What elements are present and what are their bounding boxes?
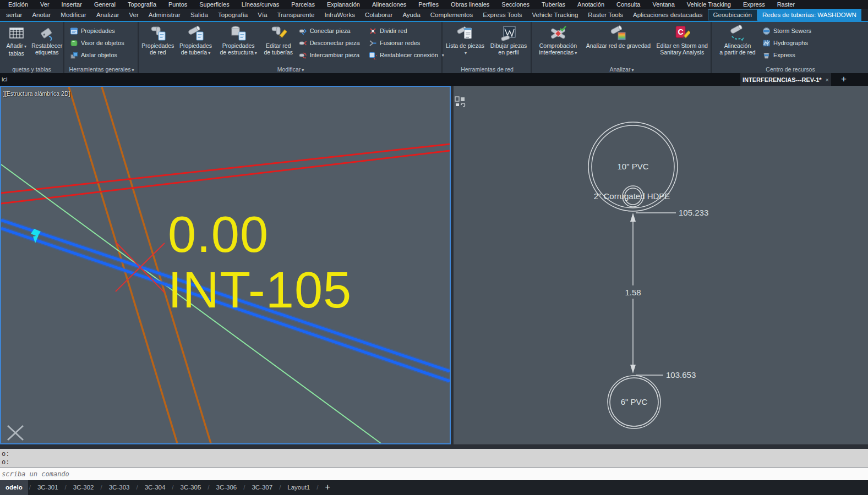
menu-item-edicio-n[interactable]: Edición bbox=[2, 0, 34, 9]
menu-item-secciones[interactable]: Secciones bbox=[495, 0, 536, 9]
menu-item-superficies[interactable]: Superficies bbox=[193, 0, 235, 9]
reset-connection-button[interactable]: Restablecer conexión ▾ bbox=[365, 49, 441, 61]
new-drawing-tab-button[interactable]: + bbox=[837, 73, 851, 86]
swap-part-button[interactable]: Intercambiar pieza bbox=[296, 49, 365, 61]
menu-item-vehicle-tracking[interactable]: Vehicle Tracking bbox=[681, 0, 737, 9]
section-drawing-canvas[interactable]: 10" PVC 2" Corrugated HDPE 105.233 1.58 … bbox=[454, 86, 868, 444]
parts-list-button[interactable]: Lista de piezas ▾ bbox=[444, 23, 487, 63]
menu-item-insertar[interactable]: Insertar bbox=[56, 0, 88, 9]
ribbon-tab-modificar[interactable]: Modificar bbox=[56, 9, 91, 21]
reset-labels-button[interactable]: Restablecer etiquetas bbox=[31, 23, 63, 63]
pipe-properties-button[interactable]: Propiedades de tubería▾ bbox=[176, 23, 216, 63]
structure-properties-label: Propiedades bbox=[222, 42, 255, 49]
chevron-down-icon: ▾ bbox=[575, 51, 577, 56]
menu-item-alineaciones[interactable]: Alineaciones bbox=[366, 0, 412, 9]
isolate-objects-button[interactable]: Aislar objetos bbox=[67, 49, 138, 61]
layout-tab-3c-306[interactable]: 3C-306 bbox=[210, 480, 242, 495]
network-properties-button[interactable]: Propiedades de red bbox=[140, 23, 176, 63]
menu-item-explanacio-n[interactable]: Explanación bbox=[321, 0, 366, 9]
file-tab-inicio-partial[interactable]: ici bbox=[2, 73, 7, 86]
command-history: o: o: bbox=[0, 449, 868, 468]
ribbon-tab-administrar[interactable]: Administrar bbox=[144, 9, 185, 21]
tab-separator: / bbox=[206, 480, 210, 495]
chevron-down-icon: ▾ bbox=[465, 51, 467, 56]
ribbon-tab-raster-tools[interactable]: Raster Tools bbox=[583, 9, 628, 21]
menu-item-general[interactable]: General bbox=[88, 0, 122, 9]
menu-item-express[interactable]: Express bbox=[737, 0, 771, 9]
split-network-button[interactable]: Dividir red bbox=[365, 25, 441, 37]
viewport-status-icons[interactable] bbox=[455, 96, 466, 107]
ribbon-tab-redes-de-tuberi-as-washdown[interactable]: Redes de tuberías: WASHDOWN bbox=[757, 9, 861, 21]
ribbon-tab-salida[interactable]: Salida bbox=[185, 9, 213, 21]
layout-tab-3c-303[interactable]: 3C-303 bbox=[103, 480, 135, 495]
menu-item-ver[interactable]: Ver bbox=[34, 0, 56, 9]
ribbon-tab-vi-a[interactable]: Vía bbox=[253, 9, 272, 21]
draw-parts-in-profile-button[interactable]: Dibujar piezas en perfil bbox=[487, 23, 531, 63]
ribbon-tab-topografi-a[interactable]: Topografía bbox=[213, 9, 253, 21]
menu-item-anotacio-n[interactable]: Anotación bbox=[571, 0, 610, 9]
alignment-from-network-label2: a partir de red bbox=[719, 49, 755, 56]
ribbon-tab-sertar[interactable]: sertar bbox=[1, 9, 27, 21]
layout-tab-3c-301[interactable]: 3C-301 bbox=[32, 480, 64, 495]
object-viewer-button[interactable]: Visor de objetos bbox=[67, 37, 138, 49]
storm-sewers-icon bbox=[762, 27, 771, 35]
alignment-from-network-button[interactable]: Alineación a partir de red bbox=[716, 23, 759, 63]
storm-sewers-label: Storm Sewers bbox=[773, 28, 811, 34]
file-tab-active[interactable]: INTERFERENCIAS---REV-1* × bbox=[740, 73, 831, 86]
tag-icon bbox=[39, 25, 55, 41]
menu-item-li-neas-curvas[interactable]: Líneas/curvas bbox=[236, 0, 285, 9]
layout-tab-layout1[interactable]: Layout1 bbox=[282, 480, 315, 495]
viewport-plan[interactable]: ][Estructura alámbrica 2D] 0.00 INT-105 bbox=[0, 86, 451, 444]
new-layout-button[interactable]: + bbox=[319, 480, 335, 495]
interference-check-label: Comprobación bbox=[539, 42, 577, 49]
ribbon-tab-transparente[interactable]: Transparente bbox=[272, 9, 320, 21]
draw-parts-label: Dibujar piezas bbox=[490, 42, 527, 49]
viewport-section[interactable]: 10" PVC 2" Corrugated HDPE 105.233 1.58 … bbox=[454, 86, 868, 444]
ribbon-tab-complementos[interactable]: Complementos bbox=[425, 9, 478, 21]
red-pipe-line-2 bbox=[1, 151, 450, 204]
menu-item-perfiles[interactable]: Perfiles bbox=[412, 0, 445, 9]
pipe-properties-label2: de tubería bbox=[181, 49, 207, 56]
ribbon-tab-aplicaciones-destacadas[interactable]: Aplicaciones destacadas bbox=[628, 9, 708, 21]
layout-tab-3c-305[interactable]: 3C-305 bbox=[175, 480, 207, 495]
analyze-gravity-network-button[interactable]: Analizar red de gravedad bbox=[583, 23, 654, 63]
menu-item-topografi-a[interactable]: Topografía bbox=[122, 0, 162, 9]
arrow-up-icon bbox=[630, 213, 636, 222]
express-button[interactable]: Express bbox=[759, 49, 831, 61]
layout-tab-odelo[interactable]: odelo bbox=[0, 480, 28, 495]
ribbon-tab-vehicle-tracking[interactable]: Vehicle Tracking bbox=[527, 9, 583, 21]
structure-properties-button[interactable]: Propiedades de estructura▾ bbox=[215, 23, 261, 63]
menu-item-raster[interactable]: Raster bbox=[771, 0, 801, 9]
menu-item-parcelas[interactable]: Parcelas bbox=[285, 0, 321, 9]
menu-item-puntos[interactable]: Puntos bbox=[162, 0, 193, 9]
menu-item-ventana[interactable]: Ventana bbox=[646, 0, 680, 9]
ribbon-tab-colaborar[interactable]: Colaborar bbox=[360, 9, 398, 21]
ribbon-tab-infraworks[interactable]: InfraWorks bbox=[320, 9, 360, 21]
menu-item-tuberi-as[interactable]: Tuberías bbox=[536, 0, 571, 9]
edit-pipe-network-button[interactable]: Editar red de tuberías bbox=[261, 23, 296, 63]
ribbon-tab-express-tools[interactable]: Express Tools bbox=[478, 9, 527, 21]
add-tables-button[interactable]: Añadir▾ tablas bbox=[2, 23, 31, 63]
ribbon-tab-ver[interactable]: Ver bbox=[124, 9, 144, 21]
layout-tab-3c-302[interactable]: 3C-302 bbox=[68, 480, 100, 495]
ribbon-tab-ayuda[interactable]: Ayuda bbox=[397, 9, 425, 21]
layout-tab-3c-307[interactable]: 3C-307 bbox=[246, 480, 278, 495]
disconnect-part-button[interactable]: Desconectar pieza bbox=[296, 37, 365, 49]
hydrographs-button[interactable]: Hydrographs bbox=[759, 37, 831, 49]
merge-networks-button[interactable]: Fusionar redes bbox=[365, 37, 441, 49]
viewport-controls-label[interactable]: ][Estructura alámbrica 2D] bbox=[3, 90, 70, 97]
interference-check-button[interactable]: Comprobación interferencias▾ bbox=[533, 23, 583, 63]
pipe-2in-label: 2" Corrugated HDPE bbox=[594, 191, 670, 201]
layout-tab-3c-304[interactable]: 3C-304 bbox=[139, 480, 171, 495]
edit-in-storm-sanitary-button[interactable]: Editar en Storm and Sanitary Analysis bbox=[653, 23, 711, 63]
close-icon[interactable]: × bbox=[826, 76, 829, 83]
menu-item-obras-lineales[interactable]: Obras lineales bbox=[445, 0, 495, 9]
connect-part-button[interactable]: Conectar pieza bbox=[296, 25, 365, 37]
menu-item-consulta[interactable]: Consulta bbox=[610, 0, 646, 9]
ribbon-tab-geoubicacio-n[interactable]: Geoubicación bbox=[708, 9, 757, 20]
ribbon-tab-analizar[interactable]: Analizar bbox=[91, 9, 124, 21]
ribbon-tab-anotar[interactable]: Anotar bbox=[27, 9, 56, 21]
storm-sewers-button[interactable]: Storm Sewers bbox=[759, 25, 831, 37]
properties-button[interactable]: Propiedades bbox=[67, 25, 138, 37]
command-input[interactable]: scriba un comando bbox=[0, 468, 868, 480]
